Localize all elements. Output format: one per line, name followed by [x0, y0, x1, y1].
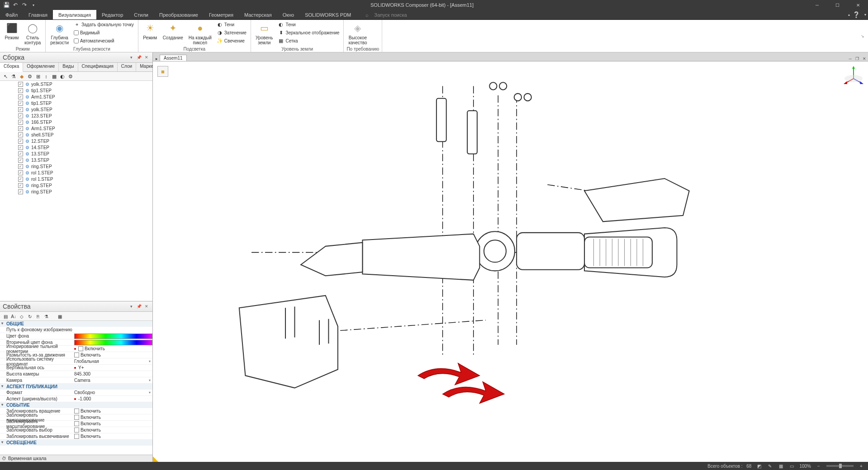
panel-close-icon[interactable]: ✕: [143, 54, 150, 61]
maximize-button[interactable]: ☐: [827, 0, 848, 10]
checkbox-icon[interactable]: [74, 415, 79, 420]
tree-item[interactable]: ✓⚙yolk.STEP: [0, 81, 152, 87]
tree-item[interactable]: ✓⚙ring.STEP: [0, 163, 152, 169]
menu-workshop[interactable]: Мастерская: [239, 10, 277, 19]
tree-item[interactable]: ✓⚙yolk.STEP: [0, 106, 152, 113]
status-icon-4[interactable]: ▭: [788, 463, 795, 469]
checkbox-icon[interactable]: ✓: [18, 132, 23, 137]
menu-geometry[interactable]: Геометрия: [204, 10, 239, 19]
tree-item[interactable]: ✓⚙Arm1.STEP: [0, 94, 152, 100]
checkbox-icon[interactable]: ✓: [18, 183, 23, 188]
viewport-tab[interactable]: Assem11: [160, 55, 187, 61]
help-icon[interactable]: ❔: [853, 11, 860, 18]
menu-styles[interactable]: Стили: [128, 10, 154, 19]
ground-shadows-button[interactable]: ◐Тени: [276, 21, 341, 28]
minimize-button[interactable]: ─: [807, 0, 827, 10]
checkbox-icon[interactable]: ✓: [18, 139, 23, 144]
filter-icon[interactable]: ⚗: [10, 73, 17, 80]
prop-row[interactable]: Заблокировать масштабированиеВключить: [0, 421, 152, 427]
checkbox-icon[interactable]: ✓: [18, 120, 23, 125]
checkbox-icon[interactable]: ✓: [18, 113, 23, 118]
menu-author[interactable]: Редактор: [96, 10, 128, 19]
tree-item[interactable]: ✓⚙tip1.STEP: [0, 100, 152, 106]
restore-icon[interactable]: ↻: [26, 313, 33, 320]
prop-section-header[interactable]: СОБЫТИЕ: [0, 402, 152, 408]
doc-close-icon[interactable]: ✕: [861, 56, 868, 61]
dropdown-icon[interactable]: ▾: [149, 390, 151, 395]
checkbox-icon[interactable]: ✓: [18, 88, 23, 93]
checkbox-icon[interactable]: ✓: [18, 82, 23, 87]
prop-row[interactable]: КамераCamera▾: [0, 377, 152, 384]
sort-alpha-icon[interactable]: A↓: [10, 313, 17, 320]
view-icon[interactable]: ▦: [51, 73, 58, 80]
panel-pin-icon[interactable]: 📌: [136, 54, 142, 61]
glow-button[interactable]: ✨Свечение: [215, 37, 248, 45]
sort-icon[interactable]: ↕: [43, 73, 50, 80]
tree-item[interactable]: ✓⚙12.STEP: [0, 138, 152, 144]
status-icon-1[interactable]: ◩: [756, 463, 762, 469]
checkbox-icon[interactable]: [74, 409, 79, 414]
copy-icon[interactable]: ⎘: [34, 313, 42, 320]
prop-row[interactable]: Заблокировать высвечиваниеВключить: [0, 433, 152, 440]
ground-level-button[interactable]: ▭ Уровеньземли: [254, 21, 275, 46]
zoom-out-icon[interactable]: −: [816, 463, 822, 469]
resize-corner-icon[interactable]: [153, 456, 158, 462]
checkbox-icon[interactable]: [74, 421, 79, 426]
checkbox-icon[interactable]: ✓: [18, 151, 23, 156]
doc-minimize-icon[interactable]: ─: [847, 56, 854, 61]
panel-close-icon[interactable]: ✕: [143, 303, 150, 310]
tree-item[interactable]: ✓⚙Arm1.STEP: [0, 125, 152, 132]
menu-render[interactable]: Визуализация: [53, 10, 96, 19]
checkbox-icon[interactable]: [74, 352, 79, 357]
tab-assembly[interactable]: Сборка: [0, 63, 23, 72]
checkbox-icon[interactable]: ✓: [18, 170, 23, 175]
panel-dropdown-icon[interactable]: ▾: [128, 303, 134, 310]
assembly-icon[interactable]: ⚙: [26, 73, 33, 80]
properties-grid[interactable]: ОБЩИЕПуть к фоновому изображениюЦвет фон…: [0, 321, 152, 455]
tree-item[interactable]: ✓⚙rol 1.STEP: [0, 176, 152, 182]
menu-window[interactable]: Окно: [277, 10, 300, 19]
ribbon-collapse-icon[interactable]: ▴: [848, 13, 850, 17]
zoom-in-icon[interactable]: +: [858, 463, 864, 469]
mode-button[interactable]: ⬛ Режим: [3, 21, 21, 41]
tree-item[interactable]: ✓⚙123.STEP: [0, 113, 152, 119]
checkbox-icon[interactable]: [74, 428, 79, 432]
close-button[interactable]: ✕: [848, 0, 868, 10]
assembly-tree[interactable]: ✓⚙yolk.STEP✓⚙tip1.STEP✓⚙Arm1.STEP✓⚙tip1.…: [0, 81, 152, 301]
prop-section-header[interactable]: АСПЕКТ ПУБЛИКАЦИИ: [0, 384, 152, 390]
checkbox-icon[interactable]: ✓: [18, 107, 23, 112]
prop-row[interactable]: Использовать систему координатГлобальная…: [0, 358, 152, 365]
prop-row[interactable]: Игнорирование тыльной геометрииВключить: [0, 346, 152, 352]
grid-button[interactable]: ▦Сетка: [276, 37, 341, 45]
dof-button[interactable]: ◉ Глубинарезкости: [48, 21, 71, 46]
tree-item[interactable]: ✓⚙13.STEP: [0, 157, 152, 163]
prop-section-header[interactable]: ОСВЕЩЕНИЕ: [0, 440, 152, 446]
filter-icon[interactable]: ⚗: [43, 313, 50, 320]
tree-item[interactable]: ✓⚙shell.STEP: [0, 132, 152, 138]
visible-check[interactable]: Видимый: [72, 29, 135, 37]
tree-item[interactable]: ✓⚙14.STEP: [0, 144, 152, 150]
prop-row[interactable]: Заблокировать выборВключить: [0, 427, 152, 433]
gradient-swatch[interactable]: [74, 340, 152, 345]
menu-home[interactable]: Главная: [23, 10, 53, 19]
tree-item[interactable]: ✓⚙166.STEP: [0, 119, 152, 125]
panel-dropdown-icon[interactable]: ▾: [128, 54, 134, 61]
gradient-swatch[interactable]: [74, 334, 152, 339]
checkbox-icon[interactable]: ✓: [18, 177, 23, 182]
tab-list-icon[interactable]: ▸: [156, 56, 158, 61]
menu-transform[interactable]: Преобразование: [154, 10, 204, 19]
create-light-button[interactable]: ✦ Создание: [161, 21, 185, 41]
checkbox-icon[interactable]: ✓: [18, 94, 23, 99]
menu-pdm[interactable]: SOLIDWORKS PDM: [299, 10, 356, 19]
mirror-button[interactable]: ⬍Зеркальное отображение: [276, 29, 341, 37]
tile-icon[interactable]: ▦: [56, 313, 63, 320]
expand-icon[interactable]: ⊞: [34, 73, 42, 80]
prop-row[interactable]: ФорматСвободно▾: [0, 390, 152, 396]
tree-item[interactable]: ✓⚙13.STEP: [0, 150, 152, 157]
toggle-icon[interactable]: ◐: [59, 73, 66, 80]
automatic-check[interactable]: Автоматический: [72, 37, 135, 45]
customize-qat-icon[interactable]: ▾: [30, 1, 37, 9]
select-icon[interactable]: ◆: [18, 73, 25, 80]
zoom-slider[interactable]: [826, 465, 854, 467]
prop-section-header[interactable]: ОБЩИЕ: [0, 321, 152, 327]
